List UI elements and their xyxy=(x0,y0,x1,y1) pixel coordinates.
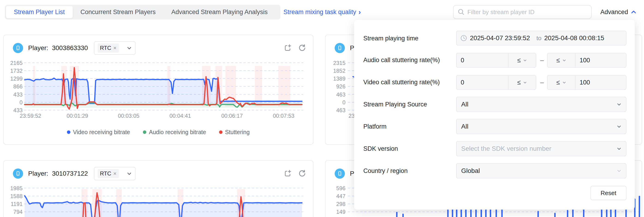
svg-text:2315: 2315 xyxy=(333,60,346,66)
search-input[interactable] xyxy=(468,8,587,16)
stream-player-dashboard: Stream Player List Concurrent Stream Pla… xyxy=(0,0,644,217)
legend-item-audio-receiving-bitrate[interactable]: Audio receiving bitrate xyxy=(143,129,206,136)
filter-label-video-stuttering-rate: Video call stuttering rate(%) xyxy=(363,79,440,86)
chevron-down-icon xyxy=(617,168,622,173)
filter-label-platform: Platform xyxy=(363,123,387,130)
legend-label: Audio receiving bitrate xyxy=(149,129,206,136)
svg-text:00:01:29: 00:01:29 xyxy=(66,113,88,119)
svg-text:1985: 1985 xyxy=(10,185,22,192)
export-icon[interactable] xyxy=(284,44,292,52)
stream-type-tag: RTC× xyxy=(98,44,119,53)
filter-label-sdk-version: SDK version xyxy=(363,145,398,152)
tab-group: Stream Player List Concurrent Stream Pla… xyxy=(5,5,280,20)
video-max-operator-select[interactable]: ≤ xyxy=(548,76,576,89)
tab-concurrent-stream-players[interactable]: Concurrent Stream Players xyxy=(73,6,164,18)
svg-text:0: 0 xyxy=(342,99,345,106)
chart-legend: Video receiving bitrate Audio receiving … xyxy=(4,129,313,136)
svg-text:149: 149 xyxy=(336,209,346,215)
chevron-down-icon xyxy=(617,102,622,107)
legend-dot xyxy=(67,130,70,134)
svg-text:463: 463 xyxy=(336,92,346,98)
player-card-1: Player:3003863330 RTC× 21651732129986643… xyxy=(3,35,314,145)
time-range-to-word: to xyxy=(536,35,542,42)
player-phone-icon xyxy=(13,43,23,53)
legend-item-stuttering[interactable]: Stuttering xyxy=(219,129,250,136)
svg-text:298: 298 xyxy=(336,201,346,207)
legend-label: Video receiving bitrate xyxy=(73,129,130,136)
audio-min-input[interactable] xyxy=(456,57,508,64)
audio-stuttering-min-group: ≤ xyxy=(456,53,536,68)
player-id: 3003863330 xyxy=(52,44,88,52)
operator-symbol: ≤ xyxy=(517,79,521,86)
svg-text:433: 433 xyxy=(14,92,22,98)
filter-label-stream-playing-source: Stream Playing Source xyxy=(363,101,427,108)
refresh-icon[interactable] xyxy=(298,44,306,52)
tab-stream-player-list[interactable]: Stream Player List xyxy=(6,6,73,18)
select-value: All xyxy=(461,123,468,130)
chevron-down-icon xyxy=(617,124,622,129)
search-box[interactable] xyxy=(453,5,592,19)
tab-label: Stream Player List xyxy=(14,8,65,16)
chevron-down-icon xyxy=(523,58,527,62)
legend-item-video-receiving-bitrate[interactable]: Video receiving bitrate xyxy=(67,129,130,136)
chevron-down-icon xyxy=(127,46,132,50)
chevron-down-icon xyxy=(562,58,566,62)
select-value: All xyxy=(461,101,468,108)
svg-text:433: 433 xyxy=(14,107,22,113)
chevron-down-icon xyxy=(617,146,622,151)
platform-select[interactable]: All xyxy=(456,119,626,134)
legend-dot xyxy=(219,130,222,134)
svg-text:1191: 1191 xyxy=(10,201,22,207)
svg-text:1732: 1732 xyxy=(10,68,22,74)
filter-label-stream-playing-time: Stream playing time xyxy=(363,35,418,42)
audio-max-input[interactable] xyxy=(576,57,626,64)
audio-min-operator-select[interactable]: ≤ xyxy=(508,53,536,67)
chevron-down-icon xyxy=(523,80,527,84)
sdk-version-select[interactable]: Select the SDK version number xyxy=(456,141,626,156)
time-range-end: 2025-04-08 00:08:15 xyxy=(544,34,609,42)
range-dash: – xyxy=(537,53,547,68)
audio-stuttering-max-group: ≤ xyxy=(547,53,626,68)
stream-type-select[interactable]: RTC× xyxy=(94,167,136,180)
clock-icon xyxy=(460,35,467,42)
video-stuttering-min-group: ≤ xyxy=(456,75,536,90)
svg-text:794: 794 xyxy=(14,209,22,215)
legend-label: Stuttering xyxy=(225,129,250,136)
player-phone-icon xyxy=(335,43,345,53)
svg-text:00:03:05: 00:03:05 xyxy=(118,113,140,119)
svg-text:596: 596 xyxy=(336,185,346,192)
audio-max-operator-select[interactable]: ≤ xyxy=(548,53,576,67)
stream-type-select[interactable]: RTC× xyxy=(94,41,136,55)
tag-remove-icon[interactable]: × xyxy=(113,45,116,51)
operator-symbol: ≤ xyxy=(556,79,560,86)
stream-mixing-task-quality-link[interactable]: Stream mixing task quality › xyxy=(284,5,361,19)
refresh-icon[interactable] xyxy=(298,170,306,177)
svg-text:926: 926 xyxy=(336,83,346,90)
video-max-input[interactable] xyxy=(576,79,626,86)
filter-label-country-region: Country / region xyxy=(363,167,408,174)
svg-text:23:59:52: 23:59:52 xyxy=(20,113,41,119)
svg-text:447: 447 xyxy=(336,193,346,199)
time-range-start: 2025-04-07 23:59:52 xyxy=(470,34,534,42)
stream-playing-source-select[interactable]: All xyxy=(456,97,626,112)
video-min-operator-select[interactable]: ≤ xyxy=(508,76,536,89)
country-region-select[interactable]: Global xyxy=(456,163,626,178)
tab-advanced-stream-playing-analysis[interactable]: Advanced Stream Playing Analysis xyxy=(164,6,275,18)
player-phone-icon xyxy=(13,168,23,179)
tag-remove-icon[interactable]: × xyxy=(113,170,116,177)
search-icon xyxy=(458,8,465,16)
svg-text:00:04:41: 00:04:41 xyxy=(170,113,191,119)
advanced-toggle[interactable]: Advanced xyxy=(600,5,636,19)
svg-text:1299: 1299 xyxy=(10,76,22,82)
reset-button[interactable]: Reset xyxy=(590,186,626,200)
video-min-input[interactable] xyxy=(456,79,508,86)
svg-text:00:06:17: 00:06:17 xyxy=(221,113,243,119)
svg-text:1389: 1389 xyxy=(333,76,346,82)
export-icon[interactable] xyxy=(284,170,292,177)
chevron-right-icon: › xyxy=(358,8,361,16)
stream-playing-time-range-picker[interactable]: 2025-04-07 23:59:52 to 2025-04-08 00:08:… xyxy=(456,31,626,46)
svg-text:00:07:53: 00:07:53 xyxy=(273,113,294,119)
advanced-filter-panel: Stream playing time 2025-04-07 23:59:52 … xyxy=(354,20,635,210)
select-value: Global xyxy=(461,167,480,174)
tab-label: Concurrent Stream Players xyxy=(80,8,156,16)
